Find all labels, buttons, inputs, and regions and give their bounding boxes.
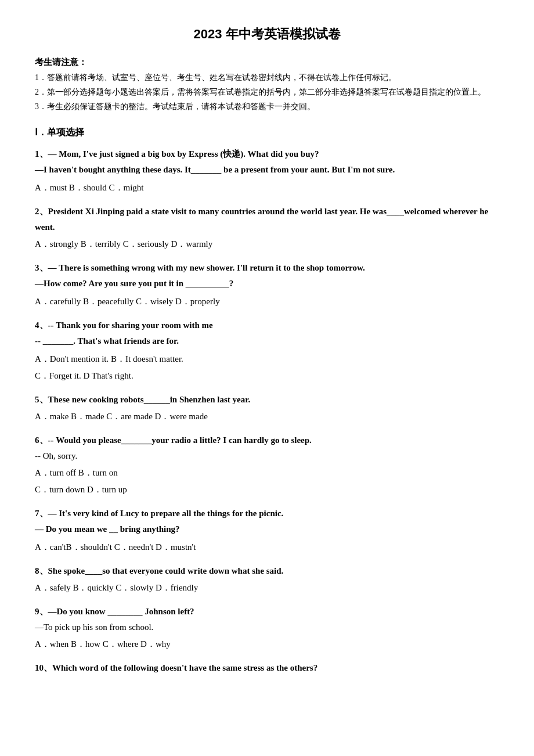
question-9-continuation: —To pick up his son from school. bbox=[35, 620, 499, 635]
question-8: 8、She spoke____so that everyone could wr… bbox=[35, 563, 499, 596]
question-1: 1、— Mom, I've just signed a big box by E… bbox=[35, 146, 499, 196]
question-7: 7、— It's very kind of Lucy to prepare al… bbox=[35, 506, 499, 555]
notice-header: 考生请注意： bbox=[35, 55, 499, 70]
question-9: 9、—Do you know ________ Johnson left? —T… bbox=[35, 604, 499, 652]
question-4-stem: 4、-- Thank you for sharing your room wit… bbox=[35, 318, 499, 333]
question-9-options: A．when B．how C．where D．why bbox=[35, 636, 499, 652]
question-4: 4、-- Thank you for sharing your room wit… bbox=[35, 318, 499, 384]
question-2: 2、President Xi Jinping paid a state visi… bbox=[35, 204, 499, 252]
notice-section: 考生请注意： 1．答题前请将考场、试室号、座位号、考生号、姓名写在试卷密封线内，… bbox=[35, 55, 499, 114]
question-5-options: A．make B．made C．are made D．were made bbox=[35, 409, 499, 424]
question-4-options-a-b: A．Don't mention it. B．It doesn't matter. bbox=[35, 351, 499, 367]
question-1-stem: 1、— Mom, I've just signed a big box by E… bbox=[35, 146, 499, 162]
question-6-stem: 6、-- Would you please_______your radio a… bbox=[35, 433, 499, 448]
question-10-stem: 10、Which word of the following doesn't h… bbox=[35, 660, 499, 676]
question-6-continuation: -- Oh, sorry. bbox=[35, 448, 499, 464]
question-2-options: A．strongly B．terribly C．seriously D．warm… bbox=[35, 236, 499, 252]
question-10: 10、Which word of the following doesn't h… bbox=[35, 660, 499, 676]
question-6-options-c-d: C．turn down D．turn up bbox=[35, 482, 499, 498]
question-3-options: A．carefully B．peacefully C．wisely D．prop… bbox=[35, 294, 499, 309]
question-5-stem: 5、These new cooking robots______in Shenz… bbox=[35, 392, 499, 408]
page-title: 2023 年中考英语模拟试卷 bbox=[35, 23, 499, 45]
question-1-options: A．must B．should C．might bbox=[35, 180, 499, 196]
question-7-stem: 7、— It's very kind of Lucy to prepare al… bbox=[35, 506, 499, 521]
question-1-continuation: —I haven't bought anything these days. I… bbox=[35, 162, 499, 178]
question-6: 6、-- Would you please_______your radio a… bbox=[35, 433, 499, 498]
question-5: 5、These new cooking robots______in Shenz… bbox=[35, 392, 499, 424]
question-8-stem: 8、She spoke____so that everyone could wr… bbox=[35, 563, 499, 579]
question-7-continuation: — Do you mean we __ bring anything? bbox=[35, 521, 499, 537]
notice-line-2: 2．第一部分选择题每小题选出答案后，需将答案写在试卷指定的括号内，第二部分非选择… bbox=[35, 85, 499, 99]
question-6-options-a-b: A．turn off B．turn on bbox=[35, 465, 499, 481]
question-7-options: A．can'tB．shouldn't C．needn't D．mustn't bbox=[35, 539, 499, 555]
question-2-stem: 2、President Xi Jinping paid a state visi… bbox=[35, 204, 499, 235]
question-3-stem: 3、— There is something wrong with my new… bbox=[35, 260, 499, 276]
section1-title: Ⅰ．单项选择 bbox=[35, 124, 499, 140]
question-3-continuation: —How come? Are you sure you put it in __… bbox=[35, 276, 499, 291]
question-8-options: A．safely B．quickly C．slowly D．friendly bbox=[35, 580, 499, 596]
question-4-continuation: -- _______. That's what friends are for. bbox=[35, 333, 499, 349]
question-3: 3、— There is something wrong with my new… bbox=[35, 260, 499, 309]
question-4-options-c-d: C．Forget it. D That's right. bbox=[35, 368, 499, 384]
question-9-stem: 9、—Do you know ________ Johnson left? bbox=[35, 604, 499, 620]
notice-line-3: 3．考生必须保证答题卡的整洁。考试结束后，请将本试卷和答题卡一并交回。 bbox=[35, 99, 499, 114]
notice-line-1: 1．答题前请将考场、试室号、座位号、考生号、姓名写在试卷密封线内，不得在试卷上作… bbox=[35, 70, 499, 85]
